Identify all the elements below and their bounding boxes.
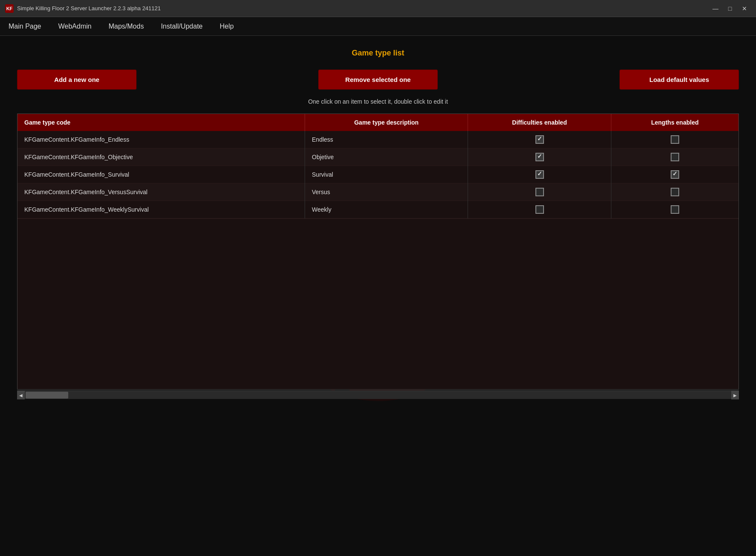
checkbox-unchecked[interactable] bbox=[671, 188, 679, 196]
title-bar-left: KF Simple Killing Floor 2 Server Launche… bbox=[5, 4, 161, 13]
add-button[interactable]: Add a new one bbox=[17, 70, 137, 90]
cell-lengths bbox=[611, 148, 739, 166]
game-type-table: Game type code Game type description Dif… bbox=[17, 114, 739, 218]
menu-main-page[interactable]: Main Page bbox=[5, 20, 45, 33]
table-row[interactable]: KFGameContent.KFGameInfo_SurvivalSurviva… bbox=[17, 166, 739, 183]
checkbox-unchecked[interactable] bbox=[535, 188, 544, 196]
buttons-row: Add a new one Remove selected one Load d… bbox=[17, 70, 739, 90]
app-title: Simple Killing Floor 2 Server Launcher 2… bbox=[17, 5, 161, 12]
cell-description: Survival bbox=[305, 166, 468, 183]
title-bar: KF Simple Killing Floor 2 Server Launche… bbox=[0, 0, 756, 17]
cell-difficulties bbox=[468, 201, 611, 218]
col-header-lengths: Lengths enabled bbox=[611, 114, 739, 131]
scroll-left-button[interactable]: ◀ bbox=[17, 391, 25, 399]
scrollbar-thumb[interactable] bbox=[26, 392, 68, 399]
col-header-difficulties: Difficulties enabled bbox=[468, 114, 611, 131]
col-header-description: Game type description bbox=[305, 114, 468, 131]
table-row[interactable]: KFGameContent.KFGameInfo_EndlessEndless bbox=[17, 131, 739, 148]
table-container: Game type code Game type description Dif… bbox=[17, 114, 739, 390]
cell-difficulties bbox=[468, 148, 611, 166]
col-header-code: Game type code bbox=[17, 114, 305, 131]
horizontal-scrollbar[interactable]: ◀ ▶ bbox=[17, 390, 739, 399]
checkbox-unchecked[interactable] bbox=[671, 153, 679, 161]
remove-button[interactable]: Remove selected one bbox=[318, 70, 438, 90]
table-row[interactable]: KFGameContent.KFGameInfo_VersusSurvivalV… bbox=[17, 183, 739, 201]
menu-install-update[interactable]: Install/Update bbox=[157, 20, 206, 33]
cell-lengths bbox=[611, 183, 739, 201]
hint-text: One click on an item to select it, doubl… bbox=[17, 98, 739, 105]
checkbox-checked[interactable] bbox=[535, 135, 544, 144]
empty-rows bbox=[17, 218, 739, 389]
menu-bar: Main Page WebAdmin Maps/Mods Install/Upd… bbox=[0, 17, 756, 36]
scroll-right-button[interactable]: ▶ bbox=[731, 391, 739, 399]
cell-description: Objetive bbox=[305, 148, 468, 166]
menu-webadmin[interactable]: WebAdmin bbox=[55, 20, 95, 33]
table-row[interactable]: KFGameContent.KFGameInfo_WeeklySurvivalW… bbox=[17, 201, 739, 218]
title-bar-controls: — □ ✕ bbox=[709, 3, 751, 14]
checkbox-unchecked[interactable] bbox=[671, 205, 679, 214]
page-title: Game type list bbox=[17, 49, 739, 58]
main-content: Game type list Add a new one Remove sele… bbox=[0, 36, 756, 556]
checkbox-checked[interactable] bbox=[535, 153, 544, 161]
app-icon: KF bbox=[5, 4, 14, 13]
cell-lengths bbox=[611, 201, 739, 218]
cell-difficulties bbox=[468, 166, 611, 183]
cell-description: Weekly bbox=[305, 201, 468, 218]
cell-description: Versus bbox=[305, 183, 468, 201]
cell-code: KFGameContent.KFGameInfo_WeeklySurvival bbox=[17, 201, 305, 218]
menu-maps-mods[interactable]: Maps/Mods bbox=[105, 20, 147, 33]
cell-code: KFGameContent.KFGameInfo_VersusSurvival bbox=[17, 183, 305, 201]
maximize-button[interactable]: □ bbox=[724, 3, 736, 14]
cell-description: Endless bbox=[305, 131, 468, 148]
checkbox-checked[interactable] bbox=[671, 170, 679, 179]
cell-code: KFGameContent.KFGameInfo_Objective bbox=[17, 148, 305, 166]
cell-difficulties bbox=[468, 131, 611, 148]
cell-code: KFGameContent.KFGameInfo_Survival bbox=[17, 166, 305, 183]
cell-difficulties bbox=[468, 183, 611, 201]
table-row[interactable]: KFGameContent.KFGameInfo_ObjectiveObjeti… bbox=[17, 148, 739, 166]
checkbox-unchecked[interactable] bbox=[535, 205, 544, 214]
cell-lengths bbox=[611, 131, 739, 148]
minimize-button[interactable]: — bbox=[709, 3, 722, 14]
table-header-row: Game type code Game type description Dif… bbox=[17, 114, 739, 131]
checkbox-checked[interactable] bbox=[535, 170, 544, 179]
menu-help[interactable]: Help bbox=[216, 20, 237, 33]
load-defaults-button[interactable]: Load default values bbox=[619, 70, 739, 90]
checkbox-unchecked[interactable] bbox=[671, 135, 679, 144]
close-button[interactable]: ✕ bbox=[738, 3, 751, 14]
cell-lengths bbox=[611, 166, 739, 183]
cell-code: KFGameContent.KFGameInfo_Endless bbox=[17, 131, 305, 148]
